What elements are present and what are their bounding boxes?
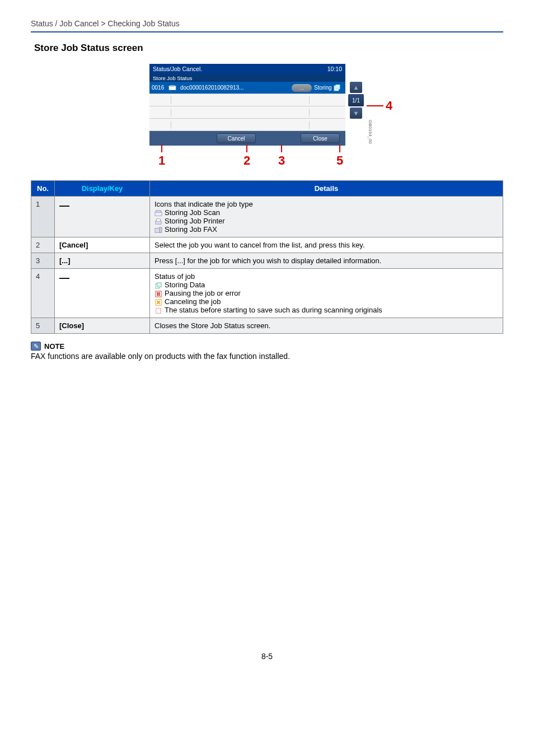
cell-no: 1 xyxy=(31,197,55,237)
svg-rect-13 xyxy=(157,292,158,296)
cell-details: Icons that indicate the job type Storing… xyxy=(150,197,503,237)
note-text: FAX functions are available only on prod… xyxy=(31,352,503,361)
svg-rect-3 xyxy=(336,85,340,89)
callout-4: 4 xyxy=(367,99,392,113)
cell-details: Status of job Storing Data Pausing the j… xyxy=(150,269,503,318)
breadcrumb: Status / Job Cancel > Checking Job Statu… xyxy=(31,19,503,31)
cancel-button[interactable]: Cancel xyxy=(217,133,256,143)
device-screen: Status/Job Cancel. 10:10 Store Job Statu… xyxy=(149,64,345,146)
device-subtitle: Store Job Status xyxy=(153,75,192,81)
storing-icon xyxy=(334,85,340,91)
dash-icon: ― xyxy=(59,272,69,283)
scan-icon xyxy=(154,210,162,217)
cell-no: 5 xyxy=(31,318,55,334)
device-title: Status/Job Cancel. xyxy=(153,66,202,72)
col-no: No. xyxy=(31,181,55,197)
device-figure: Status/Job Cancel. 10:10 Store Job Statu… xyxy=(31,64,503,167)
svg-rect-5 xyxy=(156,210,161,212)
printer-icon xyxy=(154,218,162,225)
job-status-cell: Storing xyxy=(312,85,345,91)
job-status: Storing xyxy=(314,85,332,91)
storing-data-icon xyxy=(154,282,162,289)
svg-rect-14 xyxy=(158,292,160,296)
cell-dk: ― xyxy=(55,197,150,237)
pause-icon xyxy=(154,291,162,297)
job-number: 0016 xyxy=(149,85,168,91)
detail-button[interactable]: … xyxy=(292,84,312,92)
cell-no: 4 xyxy=(31,269,55,318)
page-number: 8-5 xyxy=(31,652,503,661)
svg-rect-12 xyxy=(156,291,161,296)
cell-details: Press [...] for the job for which you wi… xyxy=(150,253,503,269)
note-label: NOTE xyxy=(44,342,64,351)
cell-no: 2 xyxy=(31,237,55,253)
cell-details: Closes the Store Job Status screen. xyxy=(150,318,503,334)
header-divider xyxy=(31,31,503,32)
device-time: 10:10 xyxy=(327,66,342,72)
cell-dk: [...] xyxy=(55,253,150,269)
callout-2: 2 xyxy=(243,144,250,168)
scroll-down-button[interactable]: ▼ xyxy=(350,108,362,119)
cell-no: 3 xyxy=(31,253,55,269)
svg-rect-0 xyxy=(169,86,176,90)
page-indicator: 1/1 xyxy=(348,94,364,106)
callout-3: 3 xyxy=(278,144,285,168)
waiting-icon xyxy=(154,307,162,314)
job-row[interactable]: 0016 doc0000162010082913... … Storing xyxy=(149,82,345,94)
callout-1: 1 xyxy=(158,144,165,168)
job-name: doc0000162010082913... xyxy=(180,85,243,91)
empty-row xyxy=(149,94,345,106)
scroll-up-button[interactable]: ▲ xyxy=(350,82,362,93)
col-displaykey: Display/Key xyxy=(55,181,150,197)
empty-row xyxy=(149,106,345,119)
section-title: Store Job Status screen xyxy=(31,43,503,54)
figure-code: GB0194_00 xyxy=(368,120,373,144)
close-button[interactable]: Close xyxy=(301,133,340,143)
cell-dk: ― xyxy=(55,269,150,318)
cell-dk: [Cancel] xyxy=(55,237,150,253)
callout-5: 5 xyxy=(336,144,343,168)
details-table: No. Display/Key Details 1 ― Icons that i… xyxy=(31,180,503,334)
svg-rect-11 xyxy=(157,282,161,287)
fax-icon xyxy=(154,227,162,234)
empty-row xyxy=(149,119,345,131)
device-scroll-side: ▲ 1/1 ▼ xyxy=(346,82,366,119)
note-icon: ✎ xyxy=(31,342,41,351)
job-name-cell: doc0000162010082913... xyxy=(168,85,292,91)
cell-dk: [Close] xyxy=(55,318,150,334)
scan-icon xyxy=(168,85,176,91)
col-details: Details xyxy=(150,181,503,197)
svg-rect-16 xyxy=(156,308,161,313)
svg-rect-1 xyxy=(170,85,175,86)
cancel-icon xyxy=(154,299,162,306)
svg-rect-7 xyxy=(157,218,161,221)
svg-rect-9 xyxy=(160,227,162,232)
dash-icon: ― xyxy=(59,200,69,211)
cell-details: Select the job you want to cancel from t… xyxy=(150,237,503,253)
